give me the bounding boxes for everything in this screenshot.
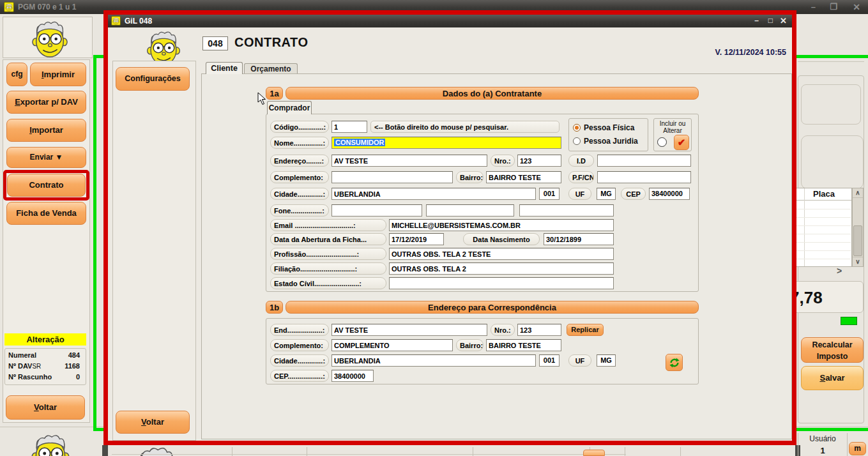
sidebar-button-exportar-dav[interactable]: Exportar p/ DAV bbox=[6, 91, 86, 114]
uf-value-box[interactable]: MG bbox=[597, 188, 616, 200]
email-input[interactable] bbox=[389, 219, 614, 231]
scrollbar-thumb[interactable] bbox=[853, 225, 862, 256]
email-label: Email ..............................: bbox=[270, 219, 386, 231]
estado-civil-label: Estado Cívil.......................: bbox=[270, 277, 386, 289]
sidebar-button-ficha-de-venda[interactable]: Ficha de Venda bbox=[6, 202, 86, 225]
scroll-up-icon[interactable]: ∧ bbox=[853, 188, 863, 198]
minimize-icon[interactable]: – bbox=[811, 2, 816, 11]
bottom-grid-divider bbox=[473, 447, 473, 456]
incluir-alterar-label: Incluir ou Alterar bbox=[654, 119, 691, 134]
fone-input-1[interactable] bbox=[331, 204, 422, 217]
pessoa-fisica-label: Pessoa Física bbox=[584, 123, 634, 132]
tab-cliente[interactable]: Cliente bbox=[206, 62, 243, 74]
bottom-grid-line bbox=[112, 454, 626, 455]
mascot-panel bbox=[3, 17, 93, 58]
refresh-button[interactable] bbox=[666, 354, 683, 371]
complemento-input[interactable] bbox=[331, 171, 453, 183]
restore-icon[interactable]: ❐ bbox=[830, 2, 837, 11]
endereco-input[interactable] bbox=[331, 155, 487, 167]
complemento-input-1b[interactable] bbox=[331, 339, 453, 351]
dialog-gil-048: GiL 048 – □ ✕ 048 CONTRATO V. 12/11/2024… bbox=[103, 10, 796, 445]
id-input[interactable] bbox=[597, 155, 691, 167]
bairro-label: Bairro: bbox=[456, 171, 483, 183]
section-1a-badge: 1a bbox=[266, 87, 283, 100]
section-1b-groupbox: End..................: Nro.: Replicar Co… bbox=[266, 318, 699, 384]
configuracoes-button[interactable]: Configurações bbox=[116, 67, 190, 91]
tab-orcamento[interactable]: Orçamento bbox=[244, 63, 298, 74]
bottom-grid-divider bbox=[680, 447, 681, 456]
end-input[interactable] bbox=[331, 324, 487, 336]
endereco-label: Endereço........: bbox=[270, 155, 329, 167]
status-green-indicator bbox=[841, 317, 857, 325]
profissao-label: Profissão..........................: bbox=[270, 248, 386, 260]
sidebar-button-importar[interactable]: Importar bbox=[6, 119, 86, 142]
data-nascimento-input[interactable] bbox=[544, 233, 614, 245]
alteracao-box: Numeral 484 Nº DAVSR 1168 Nº Rascunho 0 bbox=[4, 348, 86, 385]
dialog-titlebar[interactable]: GiL 048 – □ ✕ bbox=[108, 15, 792, 27]
sidebar-button-enviar[interactable]: Enviar ▼ bbox=[6, 147, 86, 168]
bairro-input[interactable] bbox=[486, 171, 561, 183]
section-1a-header: Dados do (a) Contratante bbox=[286, 87, 699, 100]
dialog-voltar-button[interactable]: Voltar bbox=[116, 411, 190, 434]
profissao-input[interactable] bbox=[389, 248, 614, 260]
mouse-cursor bbox=[257, 92, 267, 105]
data-abertura-input[interactable] bbox=[389, 233, 444, 245]
sidebar-button-imprimir[interactable]: Imprimir bbox=[30, 63, 86, 86]
scroll-right-icon[interactable]: > bbox=[837, 266, 842, 276]
end-label: End..................: bbox=[270, 324, 329, 336]
dialog-content: 048 CONTRATO V. 12/11/2024 10:55 Configu… bbox=[108, 27, 792, 441]
right-groupbox-a bbox=[801, 84, 861, 125]
close-icon[interactable]: ✕ bbox=[853, 2, 860, 12]
dialog-minimize-icon[interactable]: – bbox=[754, 16, 759, 25]
recalcular-imposto-button[interactable]: Recalcular Imposto bbox=[801, 337, 864, 363]
codigo-label: Código.............: bbox=[270, 121, 329, 133]
pessoa-juridica-radio[interactable] bbox=[573, 137, 581, 145]
cidade-code-box-1b: 001 bbox=[539, 354, 560, 367]
check-icon: ✔ bbox=[678, 137, 686, 148]
confirm-check-button[interactable]: ✔ bbox=[674, 135, 689, 150]
nro-label: Nro.: bbox=[491, 155, 515, 167]
nro-input-1b[interactable] bbox=[517, 324, 561, 336]
fone-input-3[interactable] bbox=[519, 204, 614, 217]
bottom-grid-divider bbox=[307, 447, 307, 456]
incluir-radio[interactable] bbox=[657, 137, 667, 147]
sidebar-button-contrato[interactable]: Contrato bbox=[7, 174, 86, 197]
cpf-cnpj-input[interactable] bbox=[597, 171, 691, 183]
estado-civil-input[interactable] bbox=[389, 277, 614, 289]
nome-label: Nome...............: bbox=[270, 137, 329, 149]
uf-value-box-1b[interactable]: MG bbox=[597, 354, 616, 367]
placa-scrollbar[interactable]: ∧ ∨ bbox=[852, 188, 864, 267]
complemento-label: Complemento: bbox=[270, 171, 329, 183]
sidebar-button-cfg[interactable]: cfg bbox=[6, 63, 27, 86]
cidade-input[interactable] bbox=[331, 188, 536, 200]
cep-label: CEP bbox=[621, 188, 646, 200]
dialog-close-icon[interactable]: ✕ bbox=[780, 16, 787, 26]
main-voltar-button[interactable]: Voltar bbox=[6, 395, 85, 420]
dialog-maximize-icon[interactable]: □ bbox=[768, 16, 773, 25]
right-groupbox-b bbox=[801, 135, 864, 189]
bottom-grid-divider bbox=[625, 447, 625, 456]
salvar-button[interactable]: Salvar bbox=[801, 366, 864, 390]
replicar-button[interactable]: Replicar bbox=[567, 324, 604, 336]
dialog-shadow-stub bbox=[102, 445, 108, 456]
partial-button[interactable] bbox=[583, 450, 605, 456]
filiacao-input[interactable] bbox=[389, 262, 614, 275]
placa-table: Placa bbox=[796, 188, 852, 267]
pessoa-fisica-radio[interactable] bbox=[573, 124, 581, 132]
nome-input[interactable]: CONSUMIDOR bbox=[331, 137, 561, 149]
uf-label: UF bbox=[568, 188, 591, 200]
bairro-input-1b[interactable] bbox=[486, 339, 561, 351]
section-1b-badge: 1b bbox=[266, 301, 283, 314]
scroll-down-icon[interactable]: ∨ bbox=[853, 257, 863, 266]
nro-input[interactable] bbox=[517, 155, 561, 167]
data-nascimento-label: Data Nascimento bbox=[463, 233, 540, 245]
tab-comprador[interactable]: Comprador bbox=[267, 101, 312, 114]
fone-label: Fone................: bbox=[270, 204, 329, 217]
cidade-input-1b[interactable] bbox=[331, 354, 536, 367]
alteracao-header: Alteração bbox=[4, 333, 86, 346]
m-button[interactable]: m bbox=[849, 442, 866, 455]
codigo-input[interactable] bbox=[331, 121, 367, 133]
cep-value-box[interactable]: 38400000 bbox=[649, 188, 690, 200]
fone-input-2[interactable] bbox=[426, 204, 514, 217]
cep-input-1b[interactable] bbox=[331, 370, 374, 382]
